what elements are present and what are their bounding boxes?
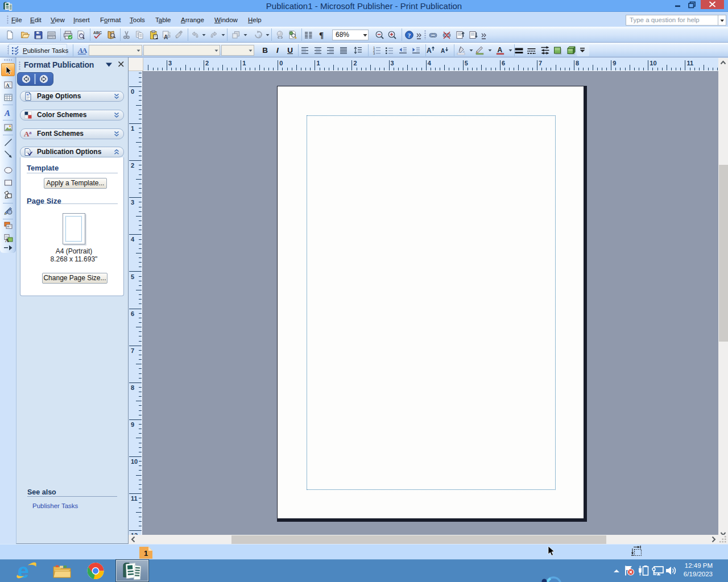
svg-text:A: A	[164, 34, 168, 40]
svg-text:8: 8	[131, 384, 134, 391]
svg-text:1: 1	[316, 60, 320, 66]
svg-text:A: A	[82, 46, 87, 55]
svg-text:2: 2	[205, 60, 209, 66]
svg-text:11: 11	[131, 495, 138, 502]
svg-text:¶: ¶	[319, 31, 324, 40]
svg-text:a: a	[29, 130, 32, 135]
svg-text:9: 9	[613, 60, 616, 66]
svg-text:7: 7	[131, 347, 134, 354]
svg-text:ABC: ABC	[93, 31, 102, 35]
svg-text:2: 2	[354, 60, 357, 66]
svg-text:11: 11	[686, 60, 693, 66]
svg-text:4: 4	[131, 236, 135, 243]
svg-text:3: 3	[373, 52, 375, 55]
svg-text:3: 3	[391, 60, 394, 66]
svg-text:1: 1	[242, 60, 246, 66]
svg-text:5: 5	[465, 60, 468, 66]
svg-text:3: 3	[168, 60, 172, 66]
svg-text:10: 10	[131, 458, 138, 465]
svg-text:3: 3	[131, 199, 134, 206]
svg-text:A: A	[498, 46, 503, 54]
svg-text:0: 0	[279, 60, 283, 66]
svg-text:6: 6	[131, 310, 134, 317]
svg-text:A: A	[4, 109, 10, 118]
svg-text:A: A	[5, 238, 9, 243]
svg-text:10: 10	[650, 60, 656, 66]
svg-text:9: 9	[131, 421, 134, 428]
svg-text:0: 0	[131, 88, 134, 95]
svg-text:1: 1	[131, 125, 134, 132]
svg-text:A: A	[441, 48, 445, 54]
svg-text:6: 6	[502, 60, 505, 66]
svg-text:1: 1	[144, 549, 148, 558]
svg-text:2: 2	[131, 162, 134, 169]
svg-text:5: 5	[131, 273, 134, 280]
svg-text:A: A	[427, 47, 432, 55]
svg-text:4: 4	[428, 60, 432, 66]
svg-text:8: 8	[576, 60, 579, 66]
svg-text:7: 7	[539, 60, 542, 66]
svg-text:?: ?	[408, 32, 411, 39]
